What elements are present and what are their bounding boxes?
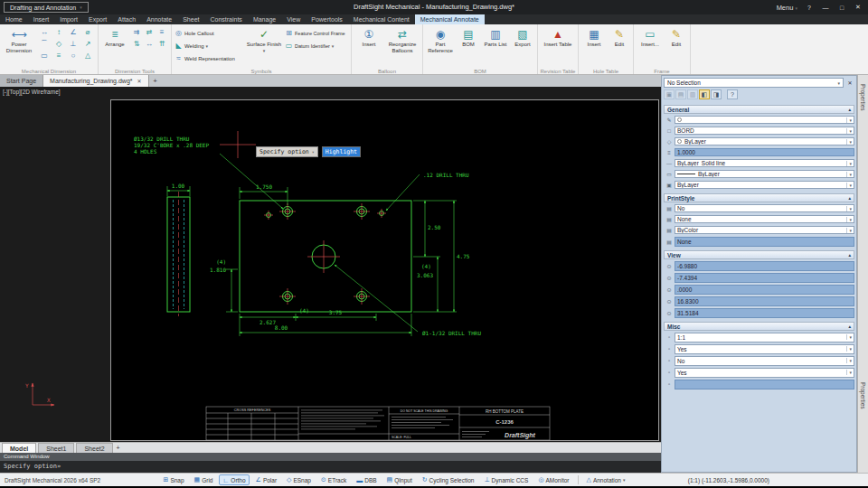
tab-start-page[interactable]: Start Page: [0, 75, 43, 87]
weld-representation-button[interactable]: ≈ Weld Representation: [175, 52, 243, 64]
edit-hole-table-button[interactable]: ✎ Edit: [609, 26, 630, 48]
arrange-tool-icon[interactable]: ⇉: [130, 26, 143, 38]
printstyle-table-field[interactable]: None▾: [675, 215, 854, 223]
arrange-tool-icon[interactable]: ⇅: [130, 38, 143, 50]
arrange-tool-icon[interactable]: ↔: [143, 38, 156, 50]
toggle-cycling-selection[interactable]: ↻Cycling Selection: [419, 474, 478, 485]
misc-selected-field[interactable]: [675, 380, 854, 389]
dimension-tool-icon[interactable]: ↗: [80, 38, 95, 50]
properties-tool-button[interactable]: ▥: [687, 89, 698, 99]
toggle-ortho[interactable]: ∟Ortho: [219, 474, 249, 485]
workspace-selector[interactable]: Drafting and Annotation ▾: [4, 2, 89, 13]
tab-sheet[interactable]: Sheet: [177, 14, 204, 24]
edit-frame-button[interactable]: ✎ Edit: [665, 26, 687, 48]
command-input[interactable]: Specify option»: [0, 461, 661, 473]
datum-identifier-button[interactable]: ▭ Datum Identifier ▾: [285, 40, 348, 52]
toggle-amonitor[interactable]: ◎AMonitor: [534, 474, 572, 485]
reorganize-balloons-button[interactable]: ⇄ Reorganize Balloons: [385, 26, 420, 53]
tab-sheet2[interactable]: Sheet2: [76, 443, 112, 453]
toggle-dbb[interactable]: ▬DBB: [353, 474, 380, 485]
specify-option-button[interactable]: Specify option ▾: [256, 146, 318, 157]
insert-revision-table-button[interactable]: ▲ Insert Table: [541, 26, 575, 48]
new-tab-button[interactable]: +: [149, 75, 162, 87]
close-button[interactable]: ✕: [854, 4, 863, 11]
drawing-viewport[interactable]: [-][Top][2D Wireframe] 1.00: [0, 87, 661, 442]
viewport-controls[interactable]: [-][Top][2D Wireframe]: [3, 89, 61, 96]
dimension-tool-icon[interactable]: ▭: [37, 50, 52, 61]
dimension-tool-icon[interactable]: ⌒: [37, 38, 52, 50]
properties-tool-button[interactable]: ◧: [699, 89, 710, 99]
dimension-tool-icon[interactable]: ≡: [52, 50, 66, 61]
dimension-tool-icon[interactable]: ○: [66, 50, 80, 61]
view-center-x-field[interactable]: -6.9880: [675, 261, 854, 271]
toggle-snap[interactable]: ⊞Snap: [160, 474, 188, 485]
view-center-y-field[interactable]: -7.4394: [675, 273, 854, 283]
section-header-view[interactable]: View ▴: [664, 250, 854, 259]
welding-button[interactable]: ◣ Welding ▾: [175, 40, 243, 52]
dimension-tool-icon[interactable]: ⌀: [80, 26, 95, 38]
linestyle-field[interactable]: ByLayerSolid line▾: [675, 159, 854, 167]
balloon-insert-button[interactable]: ① Insert: [354, 26, 383, 48]
arrange-tool-icon[interactable]: ⇄: [143, 26, 156, 38]
help-button[interactable]: ?: [805, 5, 814, 11]
view-width-field[interactable]: 31.5184: [675, 308, 854, 318]
printstyle-field[interactable]: No▾: [675, 204, 854, 212]
tab-sheet1[interactable]: Sheet1: [38, 443, 74, 453]
feature-control-frame-button[interactable]: ⊞ Feature Control Frame: [285, 27, 348, 39]
annotation-dropdown[interactable]: △Annotation▾: [583, 474, 629, 485]
dimension-tool-icon[interactable]: ∠: [66, 26, 80, 38]
close-panel-icon[interactable]: ✕: [845, 80, 854, 86]
maximize-button[interactable]: □: [837, 5, 846, 11]
properties-tool-button[interactable]: ▤: [675, 89, 686, 99]
properties-tool-button[interactable]: ▣: [664, 89, 675, 99]
close-tab-icon[interactable]: ✕: [137, 78, 142, 84]
toggle-qinput[interactable]: ▤QInput: [383, 474, 416, 485]
printstyle-mode-field[interactable]: ByColor▾: [675, 226, 854, 234]
annotation-scale-field[interactable]: 1:1▾: [675, 333, 854, 343]
command-window-header[interactable]: Command Window: [0, 453, 661, 461]
minimize-button[interactable]: —: [821, 5, 830, 11]
linescale-field[interactable]: 1.0000: [675, 148, 854, 156]
toggle-grid[interactable]: ▦Grid: [191, 474, 217, 485]
hole-callout-button[interactable]: ◎ Hole Callout: [175, 27, 243, 39]
export-button[interactable]: ▧ Export: [511, 26, 534, 48]
color-field[interactable]: ▾: [675, 116, 854, 124]
properties-tab[interactable]: Properties: [860, 84, 866, 111]
section-header-misc[interactable]: Misc ▴: [664, 322, 854, 331]
tab-attach[interactable]: Attach: [112, 14, 141, 24]
power-dimension-button[interactable]: ⟷ Power Dimension: [3, 26, 35, 53]
toggle-esnap[interactable]: ◇ESnap: [283, 474, 315, 485]
tab-export[interactable]: Export: [83, 14, 112, 24]
section-header-general[interactable]: General ▴: [664, 105, 854, 114]
properties-tool-button[interactable]: ◨: [711, 89, 722, 99]
dimension-tool-icon[interactable]: △: [80, 50, 95, 61]
tab-view[interactable]: View: [281, 14, 306, 24]
misc-field[interactable]: Yes▾: [675, 368, 854, 378]
toggle-polar[interactable]: ∠Polar: [252, 474, 280, 485]
tab-insert[interactable]: Insert: [28, 14, 55, 24]
part-reference-button[interactable]: ◉ Part Reference: [426, 26, 455, 53]
arrange-button[interactable]: ≡ Arrange: [101, 26, 128, 48]
arrange-tool-icon[interactable]: ⇈: [156, 38, 168, 50]
drawing-canvas[interactable]: [-][Top][2D Wireframe] 1.00: [0, 87, 661, 442]
tab-manufacturing-drawing[interactable]: Manufacturing_Drawing.dwg* ✕: [43, 75, 148, 87]
dimension-tool-icon[interactable]: ↕: [52, 26, 66, 38]
tab-home[interactable]: Home: [0, 14, 28, 24]
toggle-dynamic-ccs[interactable]: ⊥Dynamic CCS: [480, 474, 532, 485]
linecolor-field[interactable]: ByLayer▾: [675, 137, 854, 145]
misc-field[interactable]: Yes▾: [675, 344, 854, 354]
misc-field[interactable]: No▾: [675, 356, 854, 366]
tab-model[interactable]: Model: [2, 443, 36, 453]
tab-annotate[interactable]: Annotate: [141, 14, 177, 24]
parts-list-button[interactable]: ▥ Parts List: [482, 26, 509, 48]
dimension-tool-icon[interactable]: ↔: [37, 26, 52, 38]
properties-tab[interactable]: Properties: [860, 382, 866, 409]
tab-mechanical-annotate[interactable]: Mechanical Annotate: [415, 14, 485, 24]
section-header-printstyle[interactable]: PrintStyle ▴: [664, 193, 854, 202]
tab-mechanical-content[interactable]: Mechanical Content: [348, 14, 415, 24]
transparency-field[interactable]: ByLayer▾: [675, 181, 854, 189]
dimension-tool-icon[interactable]: ⊥: [66, 38, 80, 50]
properties-help-button[interactable]: ?: [727, 89, 738, 99]
menu-button[interactable]: Menu ▾: [777, 4, 797, 12]
view-height-field[interactable]: 16.8300: [675, 296, 854, 306]
